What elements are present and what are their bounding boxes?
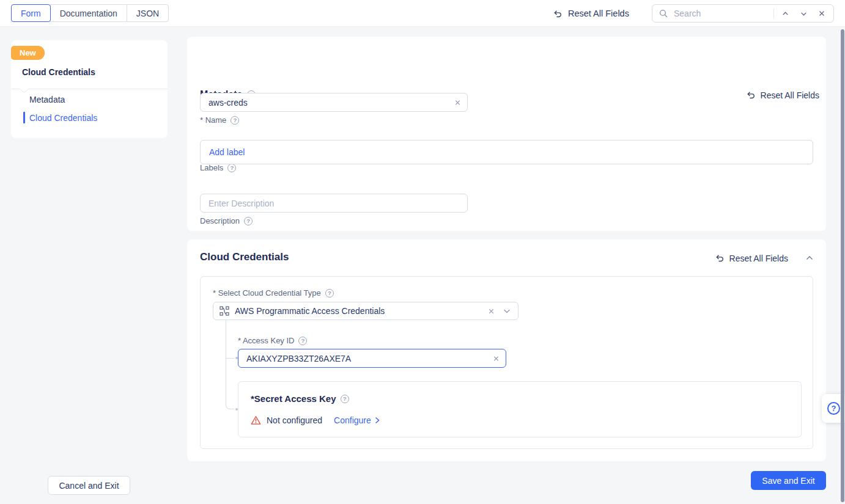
description-help-icon[interactable]: ? xyxy=(244,217,253,225)
name-label-text: * Name xyxy=(200,115,226,125)
new-badge-label: New xyxy=(20,48,36,57)
add-label-link[interactable]: Add label xyxy=(209,147,245,157)
sidebar-item-cloud-credentials-label: Cloud Credentials xyxy=(29,113,97,123)
access-key-label-text: * Access Key ID xyxy=(238,336,294,345)
rollback-icon xyxy=(714,253,725,263)
sidebar-item-cloud-credentials[interactable]: Cloud Credentials xyxy=(29,113,97,123)
description-input-wrap xyxy=(200,194,468,213)
tree-guide-connector xyxy=(226,358,234,359)
question-mark-icon: ? xyxy=(827,402,840,415)
cloud-credentials-section-title: Cloud Credentials xyxy=(200,251,289,263)
tree-guide-vertical-line xyxy=(226,320,226,403)
vertical-scrollbar[interactable] xyxy=(841,29,844,502)
cancel-and-exit-button[interactable]: Cancel and Exit xyxy=(48,476,130,495)
labels-input-area[interactable]: Add label xyxy=(200,140,813,164)
credential-fields-container: * Select Cloud Credential Type ? AWS Pro… xyxy=(200,276,813,449)
sidebar-title: Cloud Credentials xyxy=(22,67,95,77)
save-and-exit-button[interactable]: Save and Exit xyxy=(751,471,826,490)
access-key-help-icon[interactable]: ? xyxy=(298,337,307,345)
tab-json[interactable]: JSON xyxy=(127,4,169,22)
save-button-label: Save and Exit xyxy=(762,476,814,486)
name-help-icon[interactable]: ? xyxy=(231,116,239,125)
sidebar-divider xyxy=(11,89,168,89)
sidebar-active-indicator xyxy=(23,112,25,123)
rollback-icon xyxy=(552,9,563,19)
sidebar-item-metadata-label: Metadata xyxy=(29,95,65,104)
tab-documentation[interactable]: Documentation xyxy=(50,4,127,22)
secret-access-key-title: *Secret Access Key ? xyxy=(251,393,349,404)
labels-help-icon[interactable]: ? xyxy=(227,164,236,172)
search-input[interactable] xyxy=(673,8,769,19)
search-prev-chevron-up-icon[interactable] xyxy=(778,9,792,19)
access-key-clear-icon[interactable] xyxy=(493,355,500,362)
secret-access-key-help-icon[interactable]: ? xyxy=(341,395,349,403)
credential-type-label-text: * Select Cloud Credential Type xyxy=(213,288,321,298)
name-input-wrap xyxy=(200,93,468,112)
tab-json-label: JSON xyxy=(136,9,159,18)
secret-access-key-title-text: *Secret Access Key xyxy=(251,393,336,404)
secret-access-key-panel: *Secret Access Key ? Not configured Conf… xyxy=(238,381,802,437)
reset-all-fields-label: Reset All Fields xyxy=(568,9,629,18)
view-tab-group: Form Documentation JSON xyxy=(11,4,169,22)
credential-type-select[interactable]: AWS Programmatic Access Credentials xyxy=(213,302,518,320)
labels-label-text: Labels xyxy=(200,163,223,172)
tab-documentation-label: Documentation xyxy=(60,9,117,18)
access-key-input[interactable] xyxy=(238,349,506,368)
credential-type-clear-icon[interactable] xyxy=(488,308,495,315)
configure-link-label: Configure xyxy=(334,415,371,425)
tab-form-label: Form xyxy=(21,9,41,18)
name-input[interactable] xyxy=(200,93,468,112)
metadata-reset-label: Reset All Fields xyxy=(761,90,819,100)
sidebar-item-metadata[interactable]: Metadata xyxy=(29,95,65,104)
search-icon xyxy=(659,9,668,18)
metadata-reset-all-fields-button[interactable]: Reset All Fields xyxy=(745,90,819,100)
cloud-credentials-reset-all-fields-button[interactable]: Reset All Fields xyxy=(714,253,788,263)
search-box xyxy=(652,4,834,23)
configure-secret-link[interactable]: Configure xyxy=(334,415,380,425)
credential-type-help-icon[interactable]: ? xyxy=(325,289,334,298)
access-key-input-wrap xyxy=(238,349,506,368)
search-next-chevron-down-icon[interactable] xyxy=(797,9,811,19)
top-bar: Form Documentation JSON Reset All Fields xyxy=(0,0,845,27)
sidebar-divider-notch-icon xyxy=(20,89,29,93)
name-field-label: * Name ? xyxy=(200,115,239,125)
description-label-text: Description xyxy=(200,216,240,225)
cancel-button-label: Cancel and Exit xyxy=(59,481,119,491)
chevron-right-icon xyxy=(375,417,380,424)
secret-status-row: Not configured Configure xyxy=(251,415,380,425)
new-status-badge: New xyxy=(11,46,45,60)
access-key-label: * Access Key ID ? xyxy=(238,336,307,345)
labels-field-label: Labels ? xyxy=(200,163,236,172)
credential-type-chevron-down-icon[interactable] xyxy=(503,309,511,314)
description-input[interactable] xyxy=(200,194,468,213)
reset-all-fields-top-button[interactable]: Reset All Fields xyxy=(552,0,629,27)
section-collapse-chevron-up-icon[interactable] xyxy=(806,255,813,261)
cloud-credentials-section: Cloud Credentials Reset All Fields * Sel… xyxy=(187,239,826,461)
search-divider xyxy=(773,9,774,18)
tab-form[interactable]: Form xyxy=(11,4,51,22)
warning-triangle-icon xyxy=(251,415,261,425)
tree-guide-corner xyxy=(226,403,234,409)
wizard-sidebar: New Cloud Credentials Metadata Cloud Cre… xyxy=(11,40,168,138)
metadata-section: Metadata ? Reset All Fields * Name ? Lab… xyxy=(187,37,826,231)
credential-type-selected-value: AWS Programmatic Access Credentials xyxy=(235,306,482,316)
name-clear-icon[interactable] xyxy=(454,99,461,106)
description-field-label: Description ? xyxy=(200,216,253,225)
secret-status-text: Not configured xyxy=(267,415,322,425)
cloud-credentials-title-text: Cloud Credentials xyxy=(200,251,289,263)
credential-type-label: * Select Cloud Credential Type ? xyxy=(213,288,334,298)
rollback-icon xyxy=(745,90,756,100)
branch-nodes-icon xyxy=(220,306,229,316)
search-close-icon[interactable] xyxy=(815,9,828,18)
cloud-credentials-reset-label: Reset All Fields xyxy=(729,254,788,263)
